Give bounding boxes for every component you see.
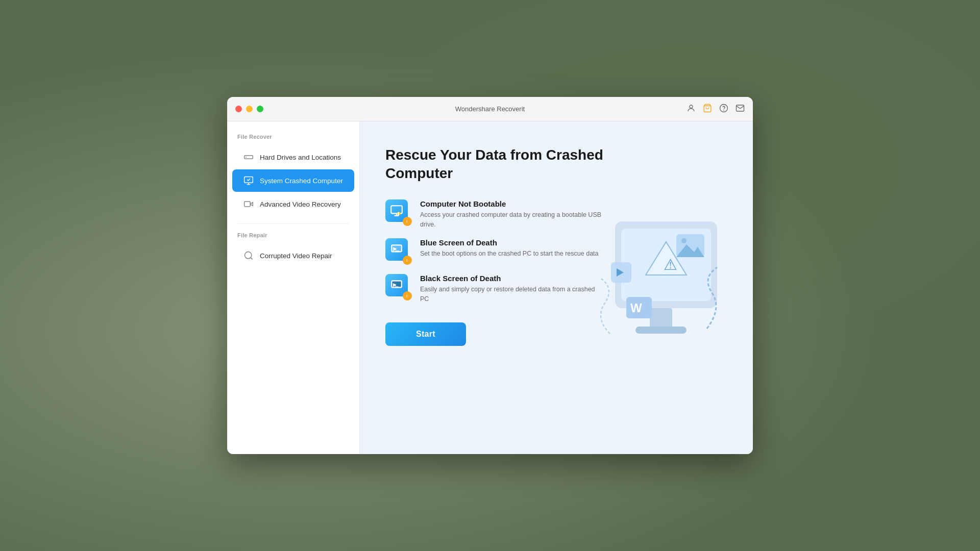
main-layout: File Recover Hard Drives and Locations: [227, 121, 753, 454]
sidebar-item-corrupted-video-label: Corrupted Video Repair: [260, 252, 332, 260]
svg-text:!: !: [398, 212, 399, 215]
window-controls: [235, 106, 263, 112]
black-screen-icon-wrapper: >_ !: [385, 274, 412, 300]
blue-screen-desc: Set the boot options on the crashed PC t…: [420, 249, 599, 259]
svg-text:>_: >_: [394, 283, 399, 287]
svg-text:W: W: [630, 301, 642, 315]
not-bootable-icon-wrapper: ! !: [385, 199, 412, 226]
minimize-button[interactable]: [246, 106, 253, 112]
svg-text:>_: >_: [394, 246, 399, 252]
hard-drive-icon: [242, 151, 255, 163]
svg-text:!: !: [406, 219, 407, 223]
not-bootable-text: Computer Not Bootable Access your crashe…: [420, 199, 604, 230]
titlebar: Wondershare Recoverit: [227, 97, 753, 121]
window-title: Wondershare Recoverit: [455, 105, 525, 113]
black-screen-title: Black Screen of Death: [420, 274, 604, 283]
account-icon[interactable]: [687, 104, 696, 115]
file-repair-label: File Repair: [227, 232, 359, 243]
corrupted-video-icon: [242, 249, 255, 262]
close-button[interactable]: [235, 106, 242, 112]
svg-point-2: [720, 104, 728, 112]
not-bootable-badge: !: [403, 217, 412, 226]
svg-marker-10: [250, 203, 253, 206]
app-window: Wondershare Recoverit: [227, 97, 753, 454]
file-recover-label: File Recover: [227, 134, 359, 145]
support-icon[interactable]: [719, 104, 728, 115]
maximize-button[interactable]: [257, 106, 263, 112]
start-button[interactable]: Start: [385, 322, 466, 346]
sidebar-item-system-crashed[interactable]: System Crashed Computer: [232, 169, 354, 192]
crash-illustration: ⚠ W: [584, 206, 738, 369]
advanced-video-icon: [242, 198, 255, 210]
not-bootable-title: Computer Not Bootable: [420, 199, 604, 208]
blue-screen-text: Blue Screen of Death Set the boot option…: [420, 238, 599, 259]
titlebar-actions: [687, 104, 745, 115]
blue-screen-icon-wrapper: >_ !: [385, 238, 412, 265]
sidebar-item-corrupted-video[interactable]: Corrupted Video Repair: [232, 244, 354, 267]
sidebar-item-hard-drives-label: Hard Drives and Locations: [260, 154, 341, 161]
page-title: Rescue Your Data from Crashed Computer: [385, 146, 641, 183]
svg-point-11: [245, 252, 252, 259]
sidebar-item-hard-drives[interactable]: Hard Drives and Locations: [232, 146, 354, 168]
svg-text:⚠: ⚠: [664, 256, 677, 273]
black-screen-text: Black Screen of Death Easily and simply …: [420, 274, 604, 304]
svg-rect-9: [244, 202, 251, 207]
blue-screen-title: Blue Screen of Death: [420, 238, 599, 247]
svg-rect-30: [650, 308, 672, 329]
sidebar-item-advanced-video[interactable]: Advanced Video Recovery: [232, 193, 354, 215]
svg-rect-13: [391, 206, 402, 213]
sidebar: File Recover Hard Drives and Locations: [227, 121, 360, 454]
mail-icon[interactable]: [736, 104, 745, 115]
black-screen-desc: Easily and simply copy or restore delete…: [420, 285, 604, 304]
sidebar-item-system-crashed-label: System Crashed Computer: [260, 177, 343, 185]
sidebar-item-advanced-video-label: Advanced Video Recovery: [260, 201, 341, 208]
black-screen-badge: !: [403, 291, 412, 300]
content-area: Rescue Your Data from Crashed Computer !: [360, 121, 753, 454]
svg-point-0: [690, 105, 693, 108]
system-crashed-icon: [242, 174, 255, 187]
not-bootable-desc: Access your crashed computer data by cre…: [420, 210, 604, 230]
svg-line-12: [251, 258, 253, 260]
svg-rect-31: [635, 327, 687, 334]
sidebar-divider: [237, 223, 349, 224]
blue-screen-badge: !: [403, 256, 412, 265]
svg-text:!: !: [406, 294, 407, 298]
svg-point-35: [681, 238, 687, 243]
cart-icon[interactable]: [703, 104, 712, 115]
svg-text:!: !: [406, 259, 407, 262]
